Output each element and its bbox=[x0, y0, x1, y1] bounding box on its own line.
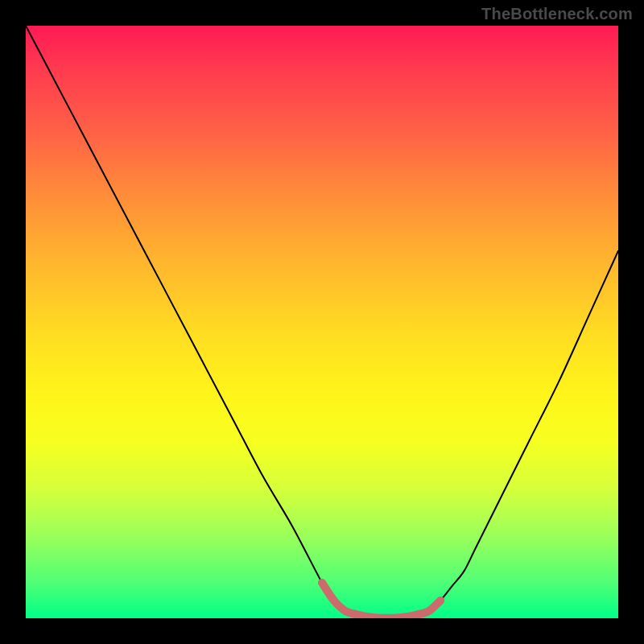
plot-area bbox=[26, 26, 618, 618]
chart-svg bbox=[26, 26, 618, 618]
chart-stage: TheBottleneck.com bbox=[0, 0, 644, 644]
optimal-range-marker bbox=[322, 583, 440, 618]
curve-path bbox=[26, 26, 618, 618]
watermark-text: TheBottleneck.com bbox=[481, 5, 633, 23]
bottleneck-curve bbox=[26, 26, 618, 618]
